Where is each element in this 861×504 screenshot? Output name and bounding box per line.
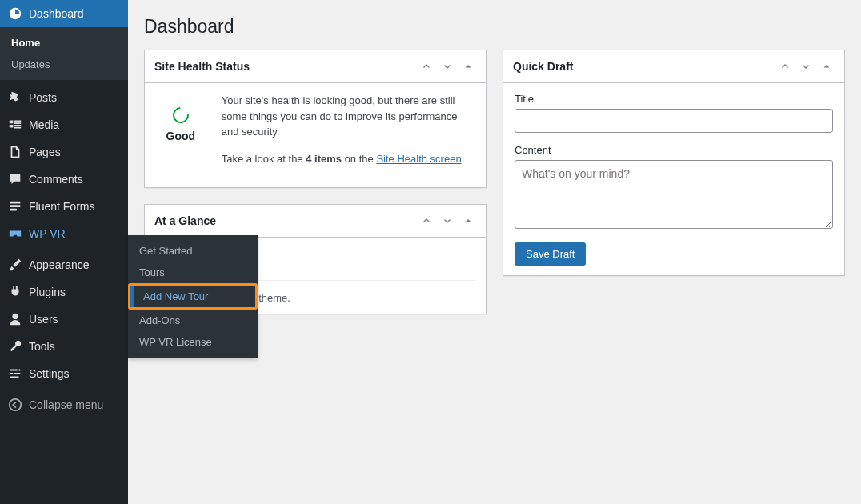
sidebar-item-dashboard[interactable]: Dashboard <box>0 0 128 27</box>
sidebar-label-pages: Pages <box>29 146 61 158</box>
media-icon <box>8 118 22 132</box>
quick-draft-title-input[interactable] <box>515 109 833 133</box>
collapse-icon <box>8 398 22 412</box>
sidebar-item-wp-vr[interactable]: WP VR <box>0 220 128 247</box>
sidebar-label-users: Users <box>29 313 58 326</box>
card-title-site-health: Site Health Status <box>154 60 250 73</box>
sidebar-item-collapse[interactable]: Collapse menu <box>0 391 128 418</box>
admin-sidebar: Dashboard Home Updates Posts Media Pages… <box>0 0 128 504</box>
sidebar-item-settings[interactable]: Settings <box>0 360 128 387</box>
sidebar-label-appearance: Appearance <box>29 258 90 271</box>
dashboard-icon <box>8 6 22 21</box>
sidebar-item-pages[interactable]: Pages <box>0 138 128 166</box>
toggle-icon[interactable] <box>460 213 476 229</box>
svg-point-0 <box>10 399 21 410</box>
submenu-item-add-ons[interactable]: Add-Ons <box>128 310 258 331</box>
sidebar-label-wp-vr: WP VR <box>29 227 66 240</box>
comments-icon <box>8 172 22 186</box>
page-title: Dashboard <box>144 0 845 50</box>
card-site-health: Site Health Status Good Your <box>144 50 487 188</box>
toggle-icon[interactable] <box>819 58 835 74</box>
move-down-icon[interactable] <box>798 58 814 74</box>
submenu-item-add-new-tour[interactable]: Add New Tour <box>130 286 255 307</box>
move-up-icon[interactable] <box>418 58 435 74</box>
sidebar-label-tools: Tools <box>29 340 55 353</box>
plug-icon <box>8 285 22 299</box>
sidebar-label-fluent-forms: Fluent Forms <box>29 200 94 213</box>
health-status-text: Good <box>156 130 206 142</box>
quick-draft-content-label: Content <box>515 144 833 156</box>
sidebar-label-plugins: Plugins <box>29 286 66 298</box>
site-health-desc: Your site's health is looking good, but … <box>222 93 475 140</box>
save-draft-button[interactable]: Save Draft <box>515 242 586 266</box>
sidebar-item-posts[interactable]: Posts <box>0 84 128 111</box>
card-title-glance: At a Glance <box>154 214 216 227</box>
site-health-indicator: Good <box>156 93 206 178</box>
sidebar-item-media[interactable]: Media <box>0 111 128 138</box>
user-icon <box>8 312 22 326</box>
health-circle-icon <box>170 104 192 126</box>
sidebar-label-settings: Settings <box>29 367 70 380</box>
forms-icon <box>8 199 22 214</box>
brush-icon <box>8 258 22 272</box>
sidebar-submenu-dashboard: Home Updates <box>0 27 128 80</box>
sidebar-item-plugins[interactable]: Plugins <box>0 278 128 306</box>
highlight-box: Add New Tour <box>128 283 258 310</box>
site-health-link[interactable]: Site Health screen <box>376 153 461 165</box>
pin-icon <box>8 90 22 105</box>
sidebar-item-appearance[interactable]: Appearance <box>0 251 128 278</box>
sidebar-sub-updates[interactable]: Updates <box>0 54 128 75</box>
card-quick-draft: Quick Draft Title Content <box>503 50 845 276</box>
sidebar-item-tools[interactable]: Tools <box>0 333 128 360</box>
sliders-icon <box>8 366 22 381</box>
sidebar-label-posts: Posts <box>29 91 57 104</box>
wrench-icon <box>8 339 22 354</box>
move-up-icon[interactable] <box>418 213 435 229</box>
vr-icon <box>8 226 22 241</box>
submenu-item-tours[interactable]: Tours <box>128 262 258 283</box>
toggle-icon[interactable] <box>460 58 476 74</box>
quick-draft-title-label: Title <box>515 93 833 105</box>
submenu-item-get-started[interactable]: Get Started <box>128 240 258 262</box>
submenu-wp-vr: Get Started Tours Add New Tour Add-Ons W… <box>128 235 258 358</box>
card-title-quick-draft: Quick Draft <box>513 60 573 73</box>
sidebar-label-collapse: Collapse menu <box>29 398 103 411</box>
sidebar-item-users[interactable]: Users <box>0 306 128 333</box>
move-down-icon[interactable] <box>439 58 455 74</box>
sidebar-item-fluent-forms[interactable]: Fluent Forms <box>0 193 128 220</box>
sidebar-sub-home[interactable]: Home <box>0 32 128 54</box>
sidebar-label-media: Media <box>29 118 59 131</box>
sidebar-label-comments: Comments <box>29 173 83 186</box>
pages-icon <box>8 145 22 159</box>
quick-draft-content-textarea[interactable] <box>515 160 833 229</box>
site-health-items: Take a look at the 4 items on the Site H… <box>222 151 475 167</box>
move-down-icon[interactable] <box>439 213 455 229</box>
sidebar-item-comments[interactable]: Comments <box>0 166 128 193</box>
submenu-item-license[interactable]: WP VR License <box>128 331 258 353</box>
sidebar-label-dashboard: Dashboard <box>29 7 84 20</box>
move-up-icon[interactable] <box>777 58 793 74</box>
